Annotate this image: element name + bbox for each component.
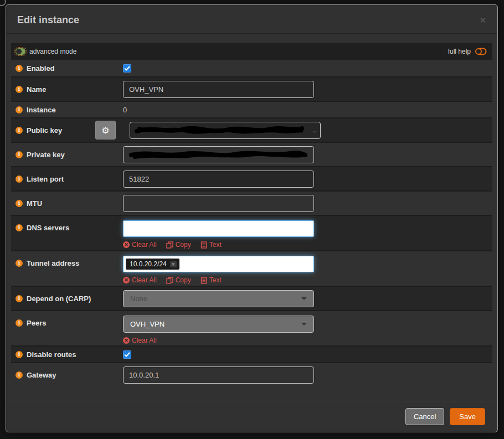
- row-mtu: i MTU: [11, 190, 492, 215]
- disable-routes-checkbox[interactable]: [123, 350, 131, 359]
- clear-all-button[interactable]: ✕ Clear All: [123, 241, 157, 249]
- field-label: DNS servers: [27, 224, 69, 232]
- info-icon: i: [16, 319, 23, 327]
- depend-carp-select[interactable]: None: [123, 290, 314, 307]
- row-listen-port: i Listen port: [11, 166, 492, 190]
- enabled-checkbox[interactable]: [123, 64, 131, 73]
- copy-icon: [166, 241, 173, 249]
- advanced-mode-label[interactable]: advanced mode: [29, 48, 76, 55]
- name-input[interactable]: [123, 81, 314, 98]
- tunnel-address-tokenfield[interactable]: 10.0.20.2/24 ×: [123, 256, 314, 272]
- copy-button[interactable]: Copy: [166, 276, 191, 284]
- row-public-key: i Public key ⚙ ..: [11, 117, 492, 142]
- info-icon: i: [16, 127, 23, 134]
- clear-all-icon: ✕: [123, 241, 130, 248]
- peers-select[interactable]: OVH_VPN: [123, 316, 314, 333]
- copy-button[interactable]: Copy: [166, 241, 191, 249]
- field-label: Depend on (CARP): [27, 295, 91, 303]
- field-label: Peers: [27, 319, 46, 327]
- dialog-footer: Cancel Save: [6, 401, 497, 432]
- info-icon: i: [16, 200, 23, 207]
- page-title: Edit instance: [17, 14, 79, 26]
- dialog-header: Edit instance ✕: [6, 5, 497, 34]
- row-dns-servers: i DNS servers ✕ Clear All Copy Tex: [11, 215, 492, 250]
- listen-port-input[interactable]: [123, 171, 314, 188]
- field-label: Disable routes: [27, 350, 76, 359]
- field-label: Gateway: [27, 371, 56, 379]
- clear-all-icon: ✕: [123, 337, 130, 344]
- field-label: Tunnel address: [27, 259, 79, 267]
- cancel-button[interactable]: Cancel: [405, 408, 444, 425]
- field-label: Enabled: [27, 64, 55, 73]
- row-peers: i Peers OVH_VPN ✕ Clear All: [11, 310, 492, 345]
- select-actions: ✕ Clear All: [123, 337, 314, 344]
- full-help-toggle-icon[interactable]: [475, 48, 487, 55]
- gear-icon: ⚙: [101, 125, 109, 136]
- save-button[interactable]: Save: [450, 408, 485, 425]
- copy-icon: [166, 277, 173, 284]
- token-chip: 10.0.20.2/24 ×: [126, 259, 179, 270]
- field-label: Name: [27, 85, 46, 94]
- options-bar: advanced mode full help: [11, 43, 492, 60]
- chevron-down-icon: [301, 323, 307, 326]
- instance-value: 0: [123, 106, 127, 114]
- file-text-icon: [200, 277, 207, 284]
- redaction-scribble: [133, 124, 305, 136]
- info-icon: i: [16, 224, 23, 231]
- selected-value: None: [130, 295, 147, 303]
- field-label: Listen port: [27, 175, 64, 183]
- clear-all-icon: ✕: [123, 277, 130, 283]
- background-page-fragment: [0, 0, 6, 6]
- row-name: i Name: [11, 76, 492, 101]
- tokenfield-actions: ✕ Clear All Copy Text: [123, 276, 314, 284]
- text-button[interactable]: Text: [200, 241, 222, 249]
- row-private-key: i Private key: [11, 142, 492, 166]
- private-key-input[interactable]: [123, 146, 314, 163]
- text-button[interactable]: Text: [200, 276, 222, 284]
- advanced-mode-toggle-icon[interactable]: [16, 48, 25, 55]
- edit-instance-dialog: Edit instance ✕ advanced mode full help …: [6, 4, 498, 432]
- mtu-input[interactable]: [123, 195, 314, 212]
- truncation-ellipsis: ..: [313, 126, 317, 134]
- row-gateway: i Gateway: [11, 362, 492, 386]
- redaction-scribble: [127, 148, 310, 161]
- row-instance: i Instance 0: [11, 101, 492, 117]
- full-help-label[interactable]: full help: [448, 48, 471, 55]
- dialog-body: advanced mode full help i Enabled: [6, 34, 497, 401]
- token-chip-label: 10.0.20.2/24: [130, 260, 167, 268]
- gateway-input[interactable]: [123, 366, 314, 384]
- info-icon: i: [16, 151, 23, 158]
- info-icon: i: [16, 260, 23, 267]
- file-text-icon: [200, 241, 207, 249]
- form-table: i Enabled i Name i Instance 0 i: [11, 60, 492, 386]
- info-icon: i: [16, 295, 23, 302]
- info-icon: i: [16, 175, 23, 183]
- info-icon: i: [16, 351, 23, 358]
- info-icon: i: [16, 106, 23, 113]
- row-disable-routes: i Disable routes: [11, 345, 492, 362]
- dns-servers-tokenfield[interactable]: [123, 220, 314, 237]
- chevron-down-icon: [301, 297, 307, 300]
- info-icon: i: [16, 371, 23, 379]
- field-label: Private key: [27, 151, 65, 159]
- clear-all-button[interactable]: ✕ Clear All: [123, 276, 157, 284]
- info-icon: i: [16, 86, 23, 93]
- token-remove-icon[interactable]: ×: [170, 261, 177, 267]
- info-icon: i: [16, 65, 23, 72]
- clear-all-button[interactable]: ✕ Clear All: [123, 337, 157, 344]
- close-icon[interactable]: ✕: [479, 16, 486, 24]
- public-key-input[interactable]: ..: [130, 122, 321, 139]
- generate-key-button[interactable]: ⚙: [95, 121, 116, 140]
- row-tunnel-address: i Tunnel address 10.0.20.2/24 × ✕ Clear …: [11, 250, 492, 286]
- tokenfield-actions: ✕ Clear All Copy Text: [123, 241, 314, 249]
- field-label: MTU: [27, 199, 42, 208]
- field-label: Instance: [27, 106, 56, 114]
- row-enabled: i Enabled: [11, 60, 492, 76]
- field-label: Public key: [27, 126, 62, 135]
- row-depend-carp: i Depend on (CARP) None: [11, 286, 492, 310]
- selected-value: OVH_VPN: [130, 320, 164, 328]
